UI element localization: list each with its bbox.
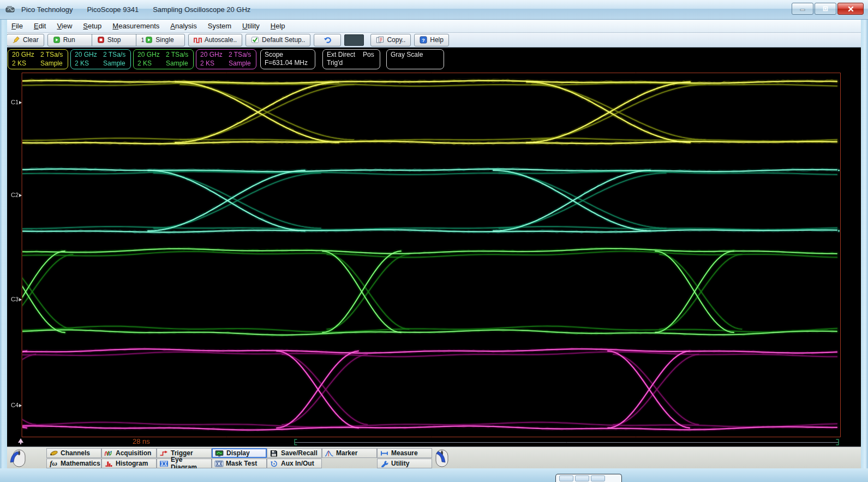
waveform-display-area: 20 GHz 2 TSa/s 2 KS Sample 20 GHz 2 TSa/… [0,47,868,447]
setup-menu-grid: Channels Acquisition Trigger Display Sav… [46,448,432,468]
stop-button[interactable]: Stop [92,34,136,46]
marker-pulse-icon [325,450,334,457]
autoscale-button[interactable]: Autoscale.. [188,34,242,46]
menu-edit[interactable]: Edit [29,21,51,31]
menu-utility[interactable]: Utility [237,21,265,31]
single-label: Single [155,36,173,44]
utility-button[interactable]: Utility [377,459,432,468]
ch1-label-text: C1 [11,99,19,105]
mathematics-button[interactable]: fω Mathematics [46,459,101,468]
channel4-reference-label[interactable]: C4 [11,402,22,408]
help-button[interactable]: ? Help [414,34,449,46]
single-icon [145,36,153,44]
aux-in-out-button[interactable]: Aux In/Out [267,459,322,468]
eye-diagram-button[interactable]: Eye Diagram [157,459,212,468]
marker-label: Marker [336,449,357,457]
ch4-mode: Sample [229,59,252,68]
eye-diagram-plot [0,47,868,447]
taskbar-peek-button[interactable] [559,475,573,481]
channel2-status-box[interactable]: 20 GHz 2 TSa/s 2 KS Sample [70,49,131,69]
stop-icon [97,36,105,44]
channel3-status-box[interactable]: 20 GHz 2 TSa/s 2 KS Sample [133,49,194,69]
channels-label: Channels [61,449,90,457]
utility-label: Utility [391,460,409,467]
close-button[interactable] [837,3,864,15]
ch2-reference-arrow-icon [19,194,22,197]
clear-label: Clear [23,36,39,44]
measure-ruler-icon [380,450,388,457]
scope-status-box[interactable]: Scope F=631.04 MHz [260,49,315,69]
undo-button[interactable] [314,34,341,46]
trigger-status-box[interactable]: Ext Direct Pos Trig'd [322,49,380,69]
channels-button[interactable]: Channels [46,448,101,458]
trigger-status: Trig'd [327,59,376,67]
single-button[interactable]: 1 Single [136,34,185,46]
mask-test-button[interactable]: Mask Test [212,459,267,468]
menu-system[interactable]: System [203,21,236,31]
timebase-label: 28 ns [133,437,150,445]
color-swatch[interactable] [344,34,364,46]
previous-panel-mouse-icon[interactable] [9,448,27,468]
histogram-button[interactable]: Histogram [101,459,157,468]
empty-cell [322,459,377,468]
maximize-button[interactable] [815,3,836,15]
trigger-position-marker[interactable] [18,438,23,443]
marker-button[interactable]: Marker [322,448,377,458]
menu-measurements[interactable]: Measurements [107,21,164,31]
copy-label: Copy.. [387,36,405,44]
menu-analysis[interactable]: Analysis [165,21,201,31]
channel2-reference-label[interactable]: C2 [11,192,22,198]
mask-test-icon [214,460,224,467]
menu-view[interactable]: View [52,21,77,31]
ch2-bandwidth: 20 GHz [75,51,103,59]
mathematics-label: Mathematics [61,460,100,467]
run-button[interactable]: Run [47,34,92,46]
maximize-icon [822,6,829,11]
ch1-record-length: 2 KS [12,59,40,68]
measure-label: Measure [391,449,418,457]
minimize-button[interactable] [792,3,813,15]
menu-help[interactable]: Help [266,21,290,31]
ch3-sample-rate: 2 TSa/s [166,51,189,59]
ch3-reference-arrow-icon [19,298,22,301]
channel3-reference-label[interactable]: C3 [11,296,22,302]
ch1-bandwidth: 20 GHz [12,51,40,59]
display-screen-icon [215,450,224,457]
display-button[interactable]: Display [212,448,267,458]
display-mode-box[interactable]: Gray Scale [386,49,444,69]
taskbar-peek-window[interactable] [555,474,622,482]
menu-setup[interactable]: Setup [78,21,106,31]
trigger-slope: Pos [363,51,374,59]
default-setup-button[interactable]: Default Setup.. [246,34,310,46]
undo-icon [324,36,332,44]
next-panel-mouse-icon[interactable] [434,448,452,468]
measure-button[interactable]: Measure [377,448,432,458]
histogram-icon [105,460,113,467]
app-window: Pico Technology PicoScope 9341 Sampling … [0,0,868,482]
acquisition-button[interactable]: Acquisition [101,448,157,458]
save-recall-label: Save/Recall [281,449,318,457]
acquisition-label: Acquisition [116,449,151,457]
channel1-status-box[interactable]: 20 GHz 2 TSa/s 2 KS Sample [8,49,68,69]
window-right-border [861,20,868,468]
copy-button[interactable]: Copy.. [370,34,411,46]
taskbar-peek-button[interactable] [591,475,605,481]
display-mode: Gray Scale [391,51,440,59]
svg-text:?: ? [422,37,425,43]
channel4-status-box[interactable]: 20 GHz 2 TSa/s 2 KS Sample [196,49,256,69]
run-icon [53,36,61,44]
ch2-sample-rate: 2 TSa/s [103,51,127,59]
taskbar-peek-button[interactable] [575,475,589,481]
histogram-label: Histogram [116,460,148,467]
default-setup-label: Default Setup.. [262,36,305,44]
eye-diagram-icon [159,460,169,467]
acquisition-waveform-icon [104,449,113,457]
clear-broom-icon [12,36,20,44]
channel1-reference-label[interactable]: C1 [11,99,22,105]
menu-file[interactable]: File [7,21,28,31]
trigger-source: Ext Direct [327,51,355,59]
window-left-border [0,20,7,468]
save-recall-button[interactable]: Save/Recall [267,448,322,458]
clear-button[interactable]: Clear [7,34,44,46]
ch1-reference-arrow-icon [19,101,22,104]
